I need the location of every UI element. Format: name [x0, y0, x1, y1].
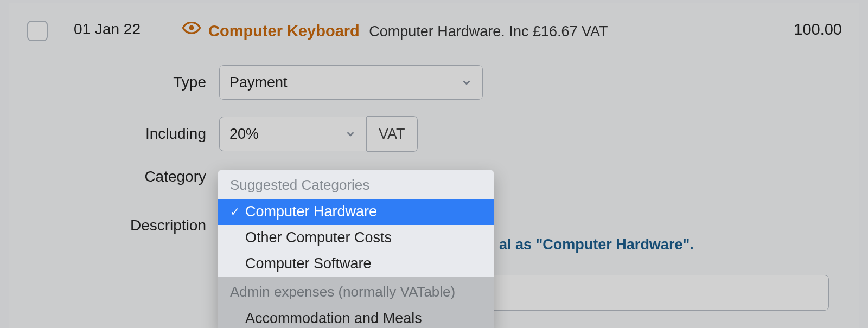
- chevron-down-icon: [461, 76, 473, 88]
- dropdown-option[interactable]: ✓Computer Hardware: [218, 199, 494, 225]
- row-type: Type Payment: [24, 65, 859, 100]
- dropdown-option[interactable]: Accommodation and Meals: [218, 306, 494, 328]
- category-dropdown[interactable]: Suggested Categories ✓Computer HardwareO…: [218, 170, 494, 328]
- transaction-title-block: Computer Keyboard Computer Hardware. Inc…: [208, 20, 794, 43]
- dropdown-option[interactable]: Computer Software: [218, 251, 494, 277]
- transaction-meta: Computer Hardware. Inc £16.67 VAT: [369, 23, 608, 40]
- transaction-date: 01 Jan 22: [74, 20, 182, 38]
- dropdown-option-label: Computer Software: [245, 255, 372, 272]
- dropdown-option-label: Computer Hardware: [245, 203, 377, 220]
- label-type: Type: [24, 74, 219, 91]
- check-icon: ✓: [230, 205, 245, 219]
- label-description: Description: [24, 217, 219, 234]
- vat-suffix: VAT: [367, 116, 418, 152]
- transaction-row: 01 Jan 22 Computer Keyboard Computer Har…: [24, 3, 859, 43]
- category-hint: al as "Computer Hardware".: [499, 236, 838, 253]
- svg-point-0: [189, 25, 194, 30]
- type-select[interactable]: Payment: [219, 65, 483, 100]
- type-select-value: Payment: [229, 74, 456, 91]
- select-checkbox[interactable]: [27, 21, 48, 41]
- chevron-down-icon: [344, 128, 356, 140]
- dropdown-group-header: Suggested Categories: [218, 170, 494, 199]
- transaction-title-link[interactable]: Computer Keyboard: [208, 22, 360, 40]
- dropdown-group-header: Admin expenses (normally VATable): [218, 277, 494, 306]
- vat-percent-value: 20%: [229, 126, 340, 143]
- dropdown-option-label: Other Computer Costs: [245, 229, 392, 246]
- vat-percent-select[interactable]: 20%: [219, 117, 367, 151]
- dropdown-option-label: Accommodation and Meals: [245, 310, 422, 327]
- visibility-icon: [182, 20, 208, 34]
- dropdown-option[interactable]: Other Computer Costs: [218, 225, 494, 251]
- row-including: Including 20% VAT: [24, 116, 859, 152]
- label-category: Category: [24, 168, 219, 185]
- transaction-amount: 100.00: [794, 20, 859, 38]
- label-including: Including: [24, 125, 219, 143]
